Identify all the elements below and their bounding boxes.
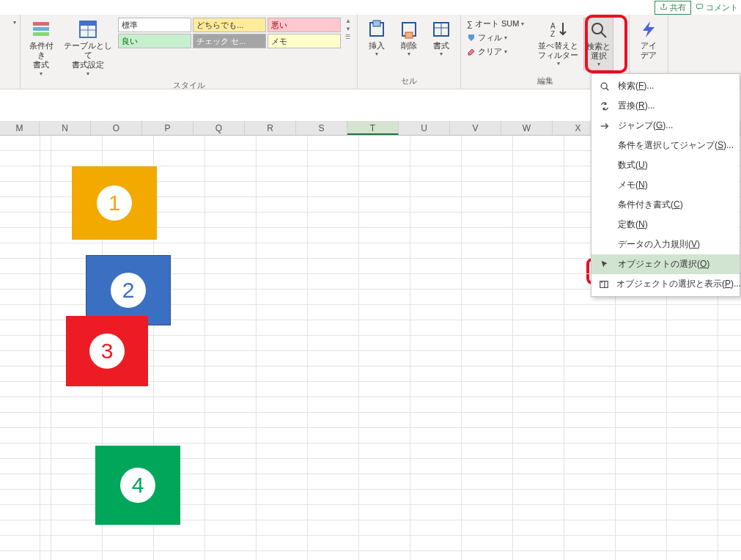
- col-header-R[interactable]: R: [245, 121, 296, 135]
- search-icon: [599, 81, 611, 92]
- fill-down-icon: [467, 33, 476, 43]
- menu-goto-special[interactable]: 条件を選択してジャンプ(S)...: [591, 136, 740, 155]
- menu-memo[interactable]: メモ(N): [591, 175, 740, 195]
- menu-validation-label: データの入力規則(V): [618, 238, 700, 251]
- shape-1-number: 1: [108, 191, 121, 215]
- svg-rect-2: [33, 27, 49, 31]
- menu-replace[interactable]: 置換(R)...: [591, 96, 740, 116]
- format-button[interactable]: 書式▾: [427, 18, 456, 59]
- style-normal[interactable]: 標準: [118, 18, 191, 32]
- delete-cells-icon: [399, 19, 419, 40]
- col-header-U[interactable]: U: [399, 121, 450, 135]
- svg-line-18: [601, 32, 606, 37]
- conditional-formatting-label: 条件付き 書式: [27, 41, 56, 70]
- clear-button[interactable]: クリア ▾: [465, 45, 533, 58]
- conditional-formatting-button[interactable]: 条件付き 書式 ▾: [25, 18, 58, 78]
- ideas-button[interactable]: アイ デア: [634, 18, 663, 62]
- col-header-Q[interactable]: Q: [193, 121, 245, 135]
- gallery-scroll-down-icon[interactable]: ▼: [345, 26, 351, 32]
- blank-icon: [599, 219, 611, 231]
- svg-point-17: [592, 23, 602, 34]
- svg-rect-3: [33, 32, 49, 36]
- menu-find-label: 検索(F)...: [618, 80, 654, 92]
- insert-cells-icon: [366, 19, 387, 40]
- menu-selection-pane[interactable]: オブジェクトの選択と表示(P)...: [591, 274, 740, 294]
- fill-label: フィル: [478, 32, 502, 43]
- svg-rect-0: [696, 4, 702, 8]
- col-header-S[interactable]: S: [296, 121, 347, 135]
- cursor-icon: [599, 259, 611, 270]
- menu-cond-format-label: 条件付き書式(C): [618, 199, 683, 211]
- col-header-V[interactable]: V: [450, 121, 501, 135]
- sort-filter-button[interactable]: AZ 並べ替えと フィルター▾: [536, 18, 580, 69]
- cells-group-label: セル: [362, 74, 456, 88]
- sort-icon: AZ: [548, 19, 569, 40]
- comment-label: コメント: [706, 3, 738, 12]
- menu-cond-format[interactable]: 条件付き書式(C): [591, 195, 740, 215]
- lightning-icon: [638, 19, 659, 40]
- shape-2-number: 2: [122, 278, 135, 303]
- menu-constants[interactable]: 定数(N): [591, 215, 740, 235]
- style-memo[interactable]: メモ: [268, 34, 341, 48]
- shape-4-number: 4: [132, 473, 144, 498]
- menu-goto-label: ジャンプ(G)...: [618, 119, 673, 132]
- gallery-scroll-up-icon[interactable]: ▲: [345, 18, 351, 24]
- sort-label: 並べ替えと フィルター: [538, 41, 578, 60]
- format-as-table-button[interactable]: テーブルとして 書式設定 ▾: [61, 18, 115, 78]
- style-good[interactable]: 良い: [118, 34, 191, 48]
- col-header-M[interactable]: M: [0, 121, 40, 135]
- blank-icon: [599, 160, 611, 172]
- magnifier-icon: [589, 20, 609, 40]
- blank-icon: [599, 180, 611, 191]
- insert-button[interactable]: 挿入▾: [362, 18, 391, 59]
- gallery-more-icon[interactable]: ☰: [345, 34, 351, 40]
- style-bad[interactable]: 悪い: [268, 18, 341, 32]
- menu-validation[interactable]: データの入力規則(V): [591, 235, 740, 254]
- svg-line-20: [606, 87, 609, 90]
- shape-3-number: 3: [101, 339, 114, 364]
- style-neutral[interactable]: どちらでも...: [193, 18, 266, 32]
- style-check[interactable]: チェック セ...: [193, 34, 266, 48]
- delete-label: 削除: [401, 41, 417, 51]
- format-cells-icon: [431, 19, 451, 40]
- shape-2[interactable]: 2: [86, 255, 171, 325]
- menu-formulas-label: 数式(U): [618, 159, 648, 172]
- menu-find[interactable]: 検索(F)...: [591, 76, 740, 96]
- fill-button[interactable]: フィル ▾: [465, 32, 533, 44]
- shape-3[interactable]: 3: [66, 316, 148, 386]
- col-header-N[interactable]: N: [40, 121, 91, 135]
- menu-constants-label: 定数(N): [618, 218, 648, 231]
- shape-4[interactable]: 4: [95, 446, 180, 525]
- shape-1[interactable]: 1: [72, 166, 157, 240]
- menu-selection-pane-label: オブジェクトの選択と表示(P)...: [616, 278, 741, 290]
- menu-goto[interactable]: ジャンプ(G)...: [591, 116, 740, 136]
- menu-replace-label: 置換(R)...: [618, 100, 655, 112]
- comment-button[interactable]: コメント: [696, 2, 738, 13]
- col-header-W[interactable]: W: [501, 121, 553, 135]
- find-select-button[interactable]: 検索と 選択▾: [583, 18, 613, 70]
- share-icon: [660, 3, 668, 12]
- pane-icon: [599, 279, 609, 290]
- sigma-icon: ∑: [467, 20, 473, 29]
- menu-select-objects-label: オブジェクトの選択(O): [618, 258, 709, 270]
- delete-button[interactable]: 削除▾: [394, 18, 424, 59]
- format-label: 書式: [433, 41, 449, 51]
- autosum-button[interactable]: ∑ オート SUM ▾: [465, 18, 533, 30]
- menu-memo-label: メモ(N): [618, 179, 648, 191]
- svg-text:A: A: [550, 22, 556, 30]
- svg-rect-11: [405, 32, 413, 38]
- svg-text:Z: Z: [550, 30, 555, 38]
- menu-select-objects[interactable]: オブジェクトの選択(O): [591, 254, 740, 274]
- replace-icon: [599, 100, 611, 112]
- ideas-label: アイ デア: [641, 41, 657, 60]
- col-header-O[interactable]: O: [91, 121, 142, 135]
- menu-formulas[interactable]: 数式(U): [591, 155, 740, 175]
- clear-label: クリア: [478, 46, 502, 57]
- col-header-P[interactable]: P: [142, 121, 193, 135]
- share-button[interactable]: 共有: [655, 1, 691, 15]
- blank-icon: [599, 140, 611, 152]
- cell-styles-gallery[interactable]: 標準 どちらでも... 悪い 良い チェック セ... メモ: [118, 18, 341, 48]
- share-label: 共有: [670, 2, 686, 13]
- col-header-T[interactable]: T: [347, 121, 399, 135]
- svg-rect-22: [600, 281, 608, 287]
